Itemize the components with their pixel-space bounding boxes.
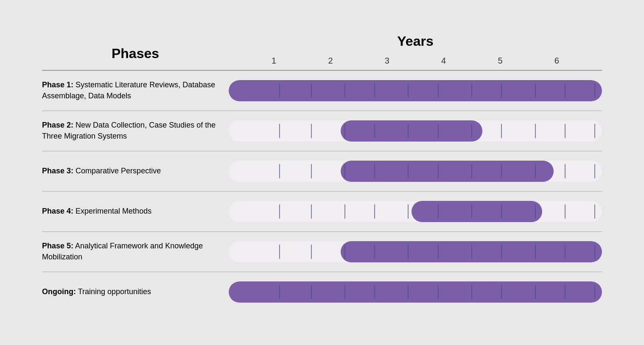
ongoing-bar: [229, 281, 602, 303]
year-5: 5: [487, 56, 513, 66]
phase-2-gantt: [229, 119, 602, 143]
phase-5-bold: Phase 5:: [42, 242, 73, 250]
phase-5-label: Phase 5: Analytical Framework and Knowle…: [42, 241, 229, 262]
phase-1-bold: Phase 1:: [42, 81, 73, 89]
phase-5-gantt: [229, 239, 602, 264]
phase-row-5: Phase 5: Analytical Framework and Knowle…: [42, 232, 602, 272]
phase-4-track: [229, 201, 602, 222]
ongoing-track: [229, 281, 602, 303]
phase-3-text: Comparative Perspective: [76, 167, 161, 175]
phase-1-label: Phase 1: Systematic Literature Reviews, …: [42, 80, 229, 101]
phase-row-2: Phase 2: New Data Collection, Case Studi…: [42, 111, 602, 151]
phase-3-bar: [341, 161, 554, 182]
phases-header: Phases: [42, 46, 229, 66]
phase-3-gantt: [229, 159, 602, 184]
years-section: Years 1 2 3 4 5 6: [229, 33, 602, 66]
phase-4-bar: [412, 201, 542, 222]
phase-2-label: Phase 2: New Data Collection, Case Studi…: [42, 120, 229, 141]
phase-2-bold: Phase 2:: [42, 121, 73, 129]
chart-container: Phases Years 1 2 3 4 5 6 Phase 1: System…: [25, 21, 619, 325]
phase-3-bold: Phase 3:: [42, 167, 73, 175]
year-numbers-row: 1 2 3 4 5 6: [229, 56, 602, 66]
year-3: 3: [374, 56, 400, 66]
phase-4-bold: Phase 4:: [42, 207, 73, 215]
ongoing-text: Training opportunities: [78, 287, 151, 296]
ongoing-label: Ongoing: Training opportunities: [42, 287, 229, 297]
phase-4-label: Phase 4: Experimental Methods: [42, 206, 229, 217]
phase-5-track: [229, 241, 602, 262]
year-4: 4: [431, 56, 456, 66]
ongoing-gantt: [229, 280, 602, 304]
phase-5-bar: [341, 241, 602, 262]
ongoing-bold: Ongoing:: [42, 287, 76, 296]
year-1: 1: [261, 56, 287, 66]
phase-4-text: Experimental Methods: [76, 207, 151, 215]
phase-4-gantt: [229, 199, 602, 224]
phase-row-3: Phase 3: Comparative Perspective: [42, 151, 602, 192]
phase-3-label: Phase 3: Comparative Perspective: [42, 166, 229, 176]
phase-1-gantt: [229, 78, 602, 103]
phase-row-1: Phase 1: Systematic Literature Reviews, …: [42, 71, 602, 111]
phase-3-track: [229, 161, 602, 182]
phase-2-bar: [341, 120, 482, 142]
phase-row-4: Phase 4: Experimental Methods: [42, 192, 602, 232]
phases-label: Phases: [112, 46, 159, 61]
year-6: 6: [544, 56, 569, 66]
header-row: Phases Years 1 2 3 4 5 6: [42, 33, 602, 66]
ongoing-row: Ongoing: Training opportunities: [42, 272, 602, 312]
phase-1-bar: [229, 80, 602, 101]
year-2: 2: [318, 56, 343, 66]
phase-1-track: [229, 80, 602, 101]
years-label: Years: [397, 33, 433, 49]
phase-2-track: [229, 120, 602, 142]
